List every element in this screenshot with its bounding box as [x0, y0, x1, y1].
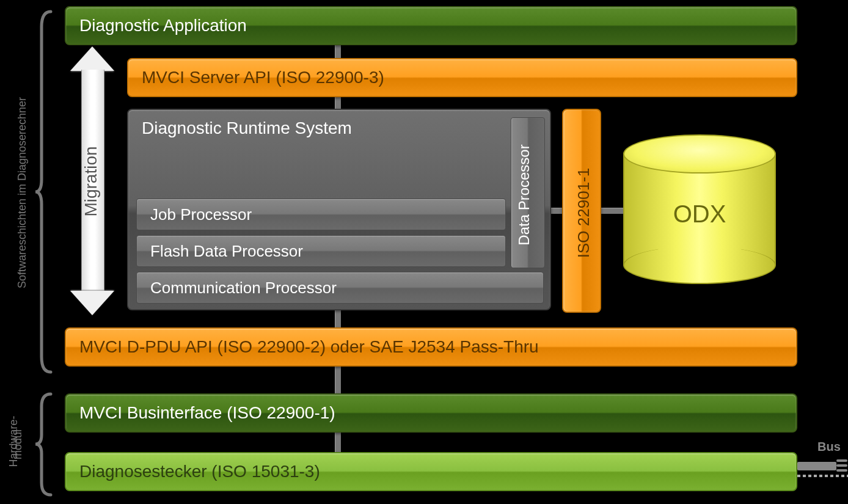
- layer-flash-data-processor: Flash Data Processor: [136, 235, 506, 267]
- brace-software: [32, 9, 57, 375]
- odx-database: ODX: [623, 134, 776, 284]
- bus-connector: [797, 462, 836, 470]
- text-runtime: Diagnostic Runtime System: [142, 119, 352, 138]
- layer-mvci-dpdu-api: MVCI D-PDU API (ISO 22900-2) oder SAE J2…: [65, 327, 797, 367]
- text-job-proc: Job Processor: [150, 205, 252, 224]
- layer-mvci-businterface: MVCI Businterface (ISO 22900-1): [65, 393, 797, 433]
- text-mvci-dpdu: MVCI D-PDU API (ISO 22900-2) oder SAE J2…: [79, 337, 539, 357]
- text-app: Diagnostic Application: [79, 16, 247, 35]
- bus-connector-pin: [836, 464, 847, 467]
- text-flash-proc: Flash Data Processor: [150, 242, 303, 261]
- layer-diagnostic-application: Diagnostic Application: [65, 6, 797, 45]
- text-data-proc: Data Processor: [516, 144, 533, 245]
- text-mvci-server: MVCI Server API (ISO 22900-3): [142, 68, 384, 87]
- label-bus: Bus: [817, 440, 841, 454]
- text-odx: ODX: [623, 200, 776, 228]
- label-hardware-group-2: modul: [12, 429, 24, 459]
- text-stecker: Diagnosestecker (ISO 15031-3): [79, 462, 320, 481]
- bus-connector-pin: [836, 469, 847, 472]
- layer-job-processor: Job Processor: [136, 199, 506, 230]
- layer-mvci-server-api: MVCI Server API (ISO 22900-3): [127, 58, 797, 97]
- bus-dashes: [797, 474, 848, 478]
- layer-communication-processor: Communication Processor: [136, 272, 544, 304]
- layer-diagnosestecker: Diagnosestecker (ISO 15031-3): [65, 452, 797, 491]
- label-software-group: Softwareschichten im Diagnoserechner: [16, 97, 29, 288]
- label-migration: Migration: [81, 146, 101, 216]
- layer-iso-22901-1: ISO 22901-1: [562, 109, 601, 313]
- brace-hardware: [32, 391, 57, 498]
- layer-data-processor: Data Processor: [511, 117, 545, 268]
- text-comm-proc: Communication Processor: [150, 279, 337, 298]
- connector: [335, 431, 341, 455]
- migration-arrow: Migration: [70, 46, 114, 315]
- text-iso22901: ISO 22901-1: [574, 168, 593, 258]
- bus-connector-pin: [836, 459, 847, 462]
- text-businterface: MVCI Businterface (ISO 22900-1): [79, 403, 335, 423]
- connector: [335, 365, 341, 396]
